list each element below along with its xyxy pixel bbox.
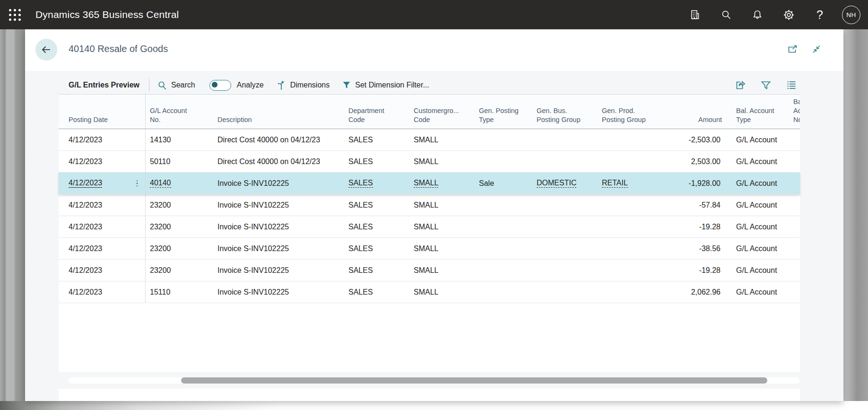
cell-description: Invoice S-INV102225	[210, 260, 345, 281]
cell-posting_date: 4/12/2023	[59, 129, 146, 150]
cell-gl_account_no: 14130	[146, 129, 210, 150]
cell-gen_bus_posting_group	[533, 129, 599, 150]
cell-gen_prod_posting_group	[599, 194, 660, 216]
column-header-description[interactable]: Description	[210, 95, 345, 129]
cell-customergroup_code: SMALL	[410, 194, 476, 216]
help-icon[interactable]: ?	[811, 6, 829, 24]
cell-amount: -57.84	[660, 194, 723, 216]
column-header-bal_account_no[interactable]: Bal. AccountNo.	[790, 95, 800, 129]
open-in-new-window-icon[interactable]	[787, 44, 799, 56]
cell-bal_account_type: G/L Account	[723, 151, 790, 172]
cell-description: Invoice S-INV102225	[210, 173, 345, 194]
horizontal-scrollbar-thumb[interactable]	[181, 377, 767, 384]
cell-bal_account_type: G/L Account	[723, 129, 790, 150]
horizontal-scrollbar-track[interactable]	[69, 377, 799, 384]
table-row[interactable]: 4/12/202314130Direct Cost 40000 on 04/12…	[59, 129, 800, 151]
dimmed-backdrop-left	[0, 29, 25, 410]
company-icon[interactable]	[686, 6, 704, 24]
cell-gl_account_no[interactable]: 40140	[146, 173, 210, 194]
cell-bal_account_type: G/L Account	[723, 194, 790, 216]
cell-gen_posting_type	[476, 281, 533, 303]
cell-gen_bus_posting_group	[533, 151, 599, 172]
cell-amount: -19.28	[660, 260, 723, 281]
analyze-toggle-switch[interactable]	[209, 80, 231, 91]
user-avatar[interactable]: NH	[842, 6, 860, 24]
cell-bal_account_type: G/L Account	[723, 216, 790, 237]
cell-customergroup_code: SMALL	[410, 216, 476, 237]
cell-gen_prod_posting_group[interactable]: RETAIL	[599, 173, 660, 194]
choose-columns-list-icon[interactable]	[785, 79, 798, 92]
cell-gl_account_no: 50110	[146, 151, 210, 172]
set-dimension-filter-action[interactable]: Set Dimension Filter...	[342, 80, 429, 90]
search-icon[interactable]	[717, 6, 735, 24]
grid-header-row: Posting DateG/L AccountNo.DescriptionDep…	[59, 94, 800, 129]
dimensions-action[interactable]: Dimensions	[276, 80, 330, 90]
cell-gl_account_no: 23200	[146, 216, 210, 237]
cell-posting_date: 4/12/2023	[59, 281, 146, 303]
column-header-gl_account_no[interactable]: G/L AccountNo.	[146, 95, 210, 129]
notifications-bell-icon[interactable]	[748, 6, 766, 24]
row-more-options-icon[interactable]	[137, 180, 138, 187]
cell-gl_account_no: 23200	[146, 238, 210, 259]
cell-bal_account_no	[790, 173, 800, 194]
table-row[interactable]: 4/12/202323200Invoice S-INV102225SALESSM…	[59, 238, 800, 260]
cell-description: Invoice S-INV102225	[210, 238, 345, 259]
cell-department_code: SALES	[345, 151, 410, 172]
table-row[interactable]: 4/12/202323200Invoice S-INV102225SALESSM…	[59, 260, 800, 281]
cell-gen_posting_type: Sale	[476, 173, 533, 194]
app-launcher-waffle-icon[interactable]	[0, 0, 29, 29]
collapse-window-icon[interactable]	[810, 44, 823, 56]
analyze-toggle[interactable]: Analyze	[208, 80, 264, 91]
back-button[interactable]	[35, 39, 57, 61]
cell-gen_posting_type	[476, 129, 533, 150]
page-title: 40140 Resale of Goods	[69, 44, 168, 54]
dimmed-backdrop-bottom	[0, 401, 868, 410]
app-top-bar: Dynamics 365 Business Central	[0, 0, 868, 29]
cell-gen_posting_type	[476, 194, 533, 216]
table-row[interactable]: 4/12/202340140Invoice S-INV102225SALESSM…	[59, 173, 800, 194]
column-header-gen_posting_type[interactable]: Gen. PostingType	[476, 95, 533, 129]
filter-icon[interactable]	[759, 79, 773, 92]
cell-description: Invoice S-INV102225	[210, 281, 345, 303]
toolbar-separator	[149, 79, 149, 91]
cell-posting_date: 4/12/2023	[59, 216, 146, 237]
column-header-gen_prod_posting_group[interactable]: Gen. Prod.Posting Group	[599, 95, 660, 129]
cell-department_code[interactable]: SALES	[345, 173, 410, 194]
column-header-bal_account_type[interactable]: Bal. AccountType	[723, 95, 790, 129]
gl-entries-grid: Posting DateG/L AccountNo.DescriptionDep…	[59, 94, 800, 372]
cell-posting_date[interactable]: 4/12/2023	[59, 173, 146, 194]
horizontal-scrollbar	[25, 373, 843, 389]
cell-customergroup_code[interactable]: SMALL	[410, 173, 476, 194]
cell-customergroup_code: SMALL	[410, 238, 476, 259]
cell-department_code: SALES	[345, 260, 410, 281]
cell-gen_bus_posting_group	[533, 281, 599, 303]
column-header-gen_bus_posting_group[interactable]: Gen. Bus.Posting Group	[533, 95, 599, 129]
app-title: Dynamics 365 Business Central	[35, 9, 179, 20]
cell-amount: -38.56	[660, 238, 723, 259]
cell-description: Direct Cost 40000 on 04/12/23	[210, 129, 345, 150]
table-row[interactable]: 4/12/202315110Invoice S-INV102225SALESSM…	[59, 281, 800, 303]
cell-bal_account_no	[790, 194, 800, 216]
settings-gear-icon[interactable]	[780, 6, 798, 24]
cell-gen_prod_posting_group	[599, 151, 660, 172]
column-header-amount[interactable]: Amount	[660, 95, 723, 129]
cell-department_code: SALES	[345, 129, 410, 150]
cell-gen_prod_posting_group	[599, 260, 660, 281]
cell-bal_account_no	[790, 151, 800, 172]
cell-gen_bus_posting_group[interactable]: DOMESTIC	[533, 173, 599, 194]
cell-bal_account_no	[790, 260, 800, 281]
cell-gl_account_no: 23200	[146, 194, 210, 216]
column-header-posting_date[interactable]: Posting Date	[59, 95, 146, 129]
cell-amount: -1,928.00	[660, 173, 723, 194]
table-row[interactable]: 4/12/202350110Direct Cost 40000 on 04/12…	[59, 151, 800, 173]
share-icon[interactable]	[734, 79, 747, 92]
table-row[interactable]: 4/12/202323200Invoice S-INV102225SALESSM…	[59, 216, 800, 238]
dimmed-backdrop-right	[843, 29, 868, 410]
column-header-department_code[interactable]: DepartmentCode	[345, 95, 410, 129]
cell-customergroup_code: SMALL	[410, 129, 476, 150]
table-row[interactable]: 4/12/202323200Invoice S-INV102225SALESSM…	[59, 194, 800, 216]
search-action[interactable]: Search	[157, 80, 195, 90]
cell-customergroup_code: SMALL	[410, 281, 476, 303]
cell-bal_account_type: G/L Account	[723, 173, 790, 194]
column-header-customergroup_code[interactable]: Customergro...Code	[410, 95, 476, 129]
